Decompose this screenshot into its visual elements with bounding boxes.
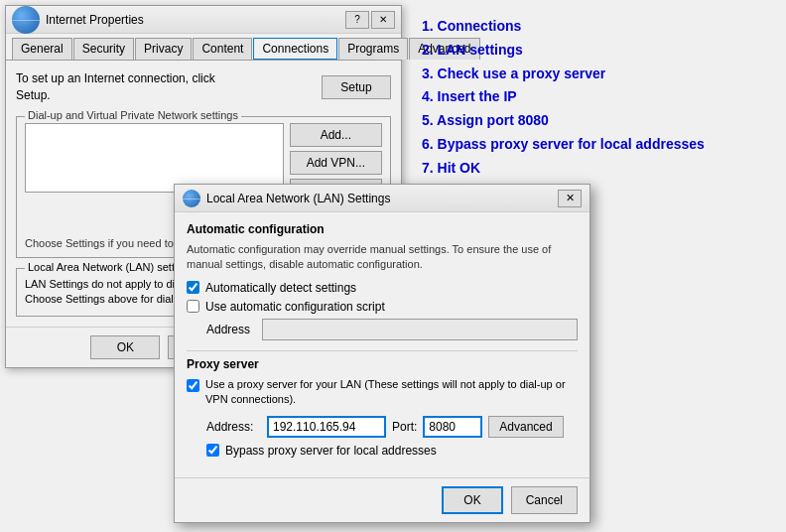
- dialog-icon: [183, 190, 200, 207]
- dialog-title: Local Area Network (LAN) Settings: [206, 192, 390, 205]
- auto-script-checkbox[interactable]: [187, 300, 199, 313]
- dialup-list[interactable]: [25, 123, 284, 193]
- tab-connections[interactable]: Connections: [253, 38, 337, 60]
- auto-address-label: Address: [206, 323, 256, 336]
- auto-address-input[interactable]: [262, 319, 578, 340]
- dialup-group-label: Dial-up and Virtual Private Network sett…: [25, 109, 241, 121]
- dialog-ok-button[interactable]: OK: [442, 486, 502, 514]
- lan-settings-dialog: Local Area Network (LAN) Settings ✕ Auto…: [174, 184, 590, 523]
- tab-programs[interactable]: Programs: [338, 38, 408, 60]
- bypass-row: Bypass proxy server for local addresses: [206, 444, 578, 458]
- divider: [187, 350, 578, 351]
- bypass-checkbox[interactable]: [206, 444, 219, 457]
- tab-content[interactable]: Content: [193, 38, 252, 60]
- app-icon: [12, 6, 40, 34]
- tab-privacy[interactable]: Privacy: [135, 38, 192, 60]
- dialog-title-left: Local Area Network (LAN) Settings: [183, 190, 390, 207]
- window-title: Internet Properties: [46, 13, 144, 27]
- setup-button[interactable]: Setup: [322, 75, 391, 99]
- setup-text: To set up an Internet connection, click …: [16, 70, 234, 104]
- instruction-5: 5. Assign port 8080: [422, 109, 769, 133]
- instruction-6: 6. Bypass proxy server for local address…: [422, 133, 769, 157]
- close-button[interactable]: ✕: [371, 11, 395, 29]
- window-titlebar: Internet Properties ? ✕: [6, 6, 401, 34]
- dialog-content: Automatic configuration Automatic config…: [175, 212, 590, 477]
- auto-script-row: Use automatic configuration script: [187, 300, 578, 314]
- advanced-button[interactable]: Advanced: [488, 416, 563, 438]
- instruction-2: 2. LAN settings: [422, 39, 769, 63]
- dialog-footer: OK Cancel: [175, 477, 590, 522]
- proxy-desc-label: Use a proxy server for your LAN (These s…: [205, 377, 578, 408]
- auto-config-desc: Automatic configuration may override man…: [187, 242, 578, 273]
- tabs-bar: General Security Privacy Content Connect…: [6, 34, 401, 61]
- auto-detect-label: Automatically detect settings: [205, 281, 356, 295]
- port-label: Port:: [392, 420, 417, 434]
- main-ok-button[interactable]: OK: [90, 335, 160, 359]
- bypass-label: Bypass proxy server for local addresses: [225, 444, 437, 458]
- instruction-3: 3. Check use a proxy server: [422, 63, 769, 86]
- dialog-close-button[interactable]: ✕: [558, 190, 582, 207]
- instruction-4: 4. Insert the IP: [422, 85, 769, 109]
- port-input[interactable]: [423, 416, 482, 438]
- help-button[interactable]: ?: [345, 11, 369, 29]
- titlebar-left: Internet Properties: [12, 6, 144, 34]
- setup-row: To set up an Internet connection, click …: [16, 70, 391, 104]
- titlebar-controls: ? ✕: [345, 11, 395, 29]
- dialog-cancel-button[interactable]: Cancel: [511, 486, 578, 514]
- proxy-checkbox-row: Use a proxy server for your LAN (These s…: [187, 377, 578, 408]
- proxy-addr-label: Address:: [206, 420, 261, 434]
- instruction-7: 7. Hit OK: [422, 157, 769, 181]
- proxy-checkbox[interactable]: [187, 379, 199, 392]
- tab-general[interactable]: General: [12, 38, 72, 60]
- add-button[interactable]: Add...: [290, 123, 382, 147]
- lan-group-label: Local Area Network (LAN) settings: [25, 261, 197, 273]
- dialog-titlebar: Local Area Network (LAN) Settings ✕: [175, 185, 590, 212]
- proxy-address-input[interactable]: [267, 416, 386, 438]
- auto-config-title: Automatic configuration: [187, 222, 578, 236]
- instructions-panel: 1. Connections 2. LAN settings 3. Check …: [412, 5, 779, 191]
- add-vpn-button[interactable]: Add VPN...: [290, 151, 382, 175]
- auto-detect-checkbox[interactable]: [187, 281, 199, 294]
- auto-detect-row: Automatically detect settings: [187, 281, 578, 295]
- instruction-1: 1. Connections: [422, 15, 769, 39]
- auto-address-row: Address: [206, 319, 578, 340]
- proxy-addr-row: Address: Port: Advanced: [206, 416, 578, 438]
- tab-security[interactable]: Security: [73, 38, 134, 60]
- proxy-section-title: Proxy server: [187, 357, 578, 371]
- auto-script-label: Use automatic configuration script: [205, 300, 385, 314]
